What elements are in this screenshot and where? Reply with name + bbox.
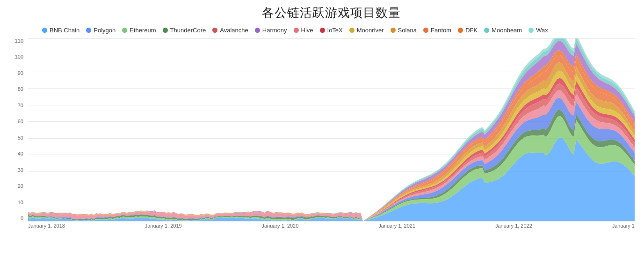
legend-dot	[294, 28, 299, 33]
legend-item: IoTeX	[320, 27, 343, 34]
legend-dot	[423, 28, 428, 33]
legend-item: Wax	[528, 27, 548, 34]
y-axis-label: 80	[7, 87, 23, 92]
chart-title: 各公链活跃游戏项目数量	[28, 5, 635, 21]
legend-label: BNB Chain	[50, 27, 80, 34]
x-axis-label: January 1, 2020	[261, 223, 298, 229]
legend-label: ThunderCore	[170, 27, 206, 34]
chart-area: 0102030405060708090100110	[28, 38, 635, 221]
legend-item: Ethereum	[122, 27, 156, 34]
legend-label: Hive	[301, 27, 313, 34]
y-axis-label: 100	[7, 54, 23, 59]
y-axis-label: 60	[7, 119, 23, 124]
legend-item: Solana	[391, 27, 417, 34]
legend-dot	[255, 28, 260, 33]
legend-dot	[320, 28, 325, 33]
legend-label: Wax	[536, 27, 548, 34]
y-axis-label: 0	[7, 216, 23, 221]
y-axis-label: 70	[7, 103, 23, 108]
legend-label: Solana	[398, 27, 417, 34]
legend-dot	[212, 28, 217, 33]
legend-label: Moonbeam	[492, 27, 522, 34]
legend-item: Moonriver	[349, 27, 384, 34]
legend-item: DFK	[458, 27, 478, 34]
legend-item: Polygon	[86, 27, 116, 34]
x-axis-label: January 1	[612, 223, 635, 229]
x-axis-label: January 1, 2019	[145, 223, 182, 229]
legend-dot	[458, 28, 463, 33]
legend-label: Avalanche	[220, 27, 248, 34]
legend-label: Harmony	[262, 27, 287, 34]
x-axis: January 1, 2018January 1, 2019January 1,…	[28, 221, 635, 229]
legend-dot	[391, 28, 396, 33]
y-axis-label: 40	[7, 151, 23, 156]
y-axis-label: 50	[7, 135, 23, 141]
legend: BNB ChainPolygonEthereumThunderCoreAvala…	[28, 27, 635, 34]
legend-label: IoTeX	[327, 27, 343, 34]
y-axis-label: 10	[7, 200, 23, 205]
y-axis-label: 90	[7, 71, 23, 76]
legend-label: Moonriver	[357, 27, 384, 34]
legend-item: ThunderCore	[163, 27, 206, 34]
y-axis-label: 110	[7, 38, 23, 44]
legend-dot	[349, 28, 355, 33]
legend-item: Harmony	[255, 27, 287, 34]
x-axis-label: January 1, 2022	[495, 223, 532, 229]
legend-item: Avalanche	[212, 27, 248, 34]
area-chart	[28, 38, 635, 221]
legend-item: BNB Chain	[42, 27, 80, 34]
chart-container: 各公链活跃游戏项目数量 BNB ChainPolygonEthereumThun…	[0, 0, 644, 267]
x-axis-label: January 1, 2021	[378, 223, 415, 229]
legend-dot	[163, 28, 168, 33]
legend-dot	[86, 28, 91, 33]
legend-item: Fantom	[423, 27, 451, 34]
legend-dot	[122, 28, 127, 33]
legend-dot	[42, 28, 47, 33]
y-axis: 0102030405060708090100110	[7, 38, 23, 221]
y-axis-label: 20	[7, 184, 23, 189]
y-axis-label: 30	[7, 168, 23, 173]
legend-label: DFK	[465, 27, 478, 34]
legend-dot	[528, 28, 534, 33]
legend-label: Ethereum	[130, 27, 156, 34]
legend-dot	[484, 28, 489, 33]
legend-label: Fantom	[431, 27, 451, 34]
x-axis-label: January 1, 2018	[28, 223, 65, 229]
legend-item: Moonbeam	[484, 27, 522, 34]
legend-label: Polygon	[94, 27, 116, 34]
legend-item: Hive	[294, 27, 313, 34]
